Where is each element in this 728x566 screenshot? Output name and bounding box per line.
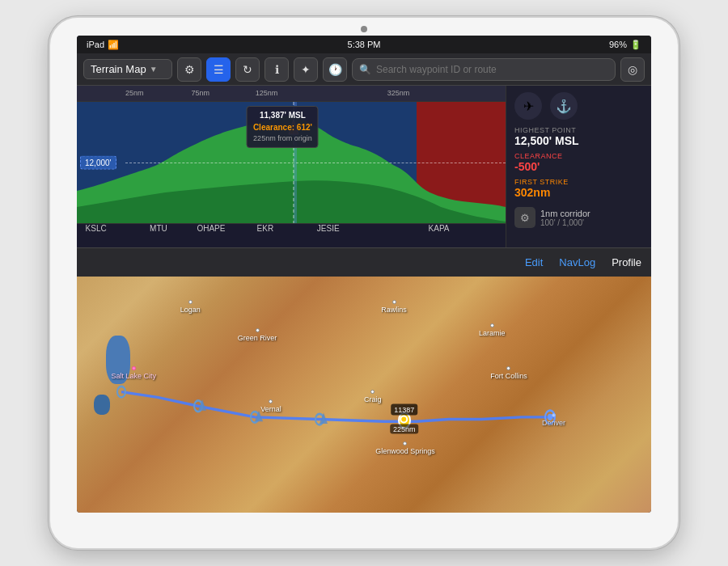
highlight-dot	[400, 416, 408, 424]
city-laramie: Laramie	[479, 323, 506, 337]
gear-button[interactable]: ⚙	[177, 57, 201, 82]
navlog-button[interactable]: NavLog	[559, 256, 595, 268]
city-green-river: Green River	[238, 328, 277, 342]
highlight-altitude: 11387	[391, 404, 417, 416]
waypoint-ohape: OHAPE	[197, 224, 225, 233]
chart-area: 12,000' 11,387' MSL Clearance: 612' 225n…	[77, 102, 506, 223]
corridor-gear-button[interactable]: ⚙	[514, 207, 535, 228]
search-input[interactable]	[376, 64, 608, 75]
tooltip-altitude: 11,387' MSL	[253, 109, 312, 121]
action-bar: Edit NavLog Profile	[77, 247, 651, 277]
city-craig: Craig	[364, 390, 382, 403]
first-strike-value: 302nm	[514, 186, 643, 199]
map-selector[interactable]: Terrain Map ▼	[83, 59, 172, 79]
status-left: iPad 📶	[87, 40, 119, 50]
city-vernal: Vernal	[260, 399, 281, 413]
battery-label: 96%	[609, 40, 627, 49]
highlight-marker: 11387 225nm	[390, 403, 419, 434]
city-logan: Logan	[180, 300, 201, 314]
info-panel: ✈ ⚓ HIGHEST POINT 12,500' MSL CLEARANCE …	[506, 86, 651, 247]
waypoint-kslc: KSLC	[86, 224, 107, 233]
battery-icon: 🔋	[630, 40, 641, 50]
dist-75nm: 75nm	[192, 89, 210, 97]
clock-button[interactable]: 🕐	[323, 57, 347, 82]
status-bar: iPad 📶 5:38 PM 96% 🔋	[77, 36, 651, 53]
front-camera	[361, 26, 367, 32]
waypoint-jesie: JESIE	[317, 224, 340, 233]
highest-point-row: HIGHEST POINT 12,500' MSL	[514, 126, 643, 147]
chart-tooltip: 11,387' MSL Clearance: 612' 225nm from o…	[247, 106, 319, 148]
icon-row: ✈ ⚓	[514, 92, 643, 120]
ipad-frame: iPad 📶 5:38 PM 96% 🔋 Terrain Map ▼ ⚙ ☰ ↻…	[49, 16, 679, 550]
highest-point-value: 12,500' MSL	[514, 134, 643, 147]
tooltip-clearance: Clearance: 612'	[253, 121, 312, 133]
airplane-icon-button[interactable]: ✈	[514, 92, 542, 120]
carrier-label: iPad	[87, 40, 104, 49]
star-button[interactable]: ✦	[294, 57, 318, 82]
map-section[interactable]: Logan Salt Lake City Green River Rawlins…	[77, 277, 651, 513]
status-right: 96% 🔋	[609, 40, 641, 50]
search-box: 🔍	[352, 58, 616, 81]
city-rawlins: Rawlins	[381, 300, 407, 314]
profile-button[interactable]: Profile	[612, 256, 641, 268]
terrain-chart: 25nm 75nm 125nm 325nm 12,000' 11,387' MS…	[77, 86, 506, 247]
search-icon: 🔍	[359, 64, 371, 75]
waypoint-kapa: KAPA	[429, 224, 450, 233]
altitude-label: 12,000'	[80, 156, 116, 170]
city-denver: Denver	[542, 413, 565, 427]
svg-point-8	[315, 414, 324, 425]
highest-point-label: HIGHEST POINT	[514, 126, 643, 134]
chevron-down-icon: ▼	[150, 65, 158, 74]
waypoints-bar: KSLC MTU OHAPE EKR JESIE KAPA	[77, 223, 506, 246]
svg-marker-9	[198, 399, 206, 411]
svg-point-7	[251, 412, 259, 423]
city-glenwood-springs: Glenwood Springs	[375, 441, 435, 455]
water-body-2	[94, 395, 110, 415]
dist-325nm: 325nm	[387, 89, 410, 97]
refresh-button[interactable]: ↻	[235, 57, 260, 82]
toolbar: Terrain Map ▼ ⚙ ☰ ↻ ℹ ✦ 🕐 🔍 ◎	[77, 53, 651, 86]
time-display: 5:38 PM	[348, 40, 381, 49]
altitude-dashed-line	[125, 163, 506, 163]
city-fort-collins: Fort Collins	[490, 366, 527, 380]
route-icon-button[interactable]: ⚓	[550, 92, 578, 120]
waypoints-container: KSLC MTU OHAPE EKR JESIE KAPA	[77, 224, 506, 247]
info-button[interactable]: ℹ	[265, 57, 289, 82]
map-selector-label: Terrain Map	[91, 63, 146, 75]
tooltip-distance: 225nm from origin	[253, 133, 312, 145]
dist-125nm: 125nm	[256, 89, 278, 97]
terrain-map: Logan Salt Lake City Green River Rawlins…	[77, 277, 651, 513]
edit-button[interactable]: Edit	[525, 256, 543, 268]
svg-marker-11	[320, 412, 328, 424]
waypoint-mtu: MTU	[150, 224, 167, 233]
svg-point-6	[194, 400, 202, 412]
corridor-label: 1nm corridor	[540, 209, 590, 218]
location-button[interactable]: ◎	[620, 57, 645, 82]
corridor-sub: 100' / 1,000'	[540, 218, 590, 227]
wifi-icon: 📶	[108, 40, 119, 50]
waypoint-ekr: EKR	[257, 224, 274, 233]
highlight-distance: 225nm	[390, 424, 419, 434]
list-button[interactable]: ☰	[206, 57, 231, 82]
first-strike-row: FIRST STRIKE 302nm	[514, 178, 643, 199]
clearance-label: CLEARANCE	[514, 152, 643, 160]
first-strike-label: FIRST STRIKE	[514, 178, 643, 186]
dist-25nm: 25nm	[125, 89, 144, 97]
clearance-value: -500'	[514, 160, 643, 173]
svg-point-5	[117, 386, 125, 398]
city-salt-lake: Salt Lake City	[112, 366, 157, 380]
ipad-screen: iPad 📶 5:38 PM 96% 🔋 Terrain Map ▼ ⚙ ☰ ↻…	[77, 36, 651, 513]
clearance-row: CLEARANCE -500'	[514, 152, 643, 173]
profile-section: 25nm 75nm 125nm 325nm 12,000' 11,387' MS…	[77, 86, 651, 247]
distance-ruler: 25nm 75nm 125nm 325nm	[77, 86, 506, 102]
